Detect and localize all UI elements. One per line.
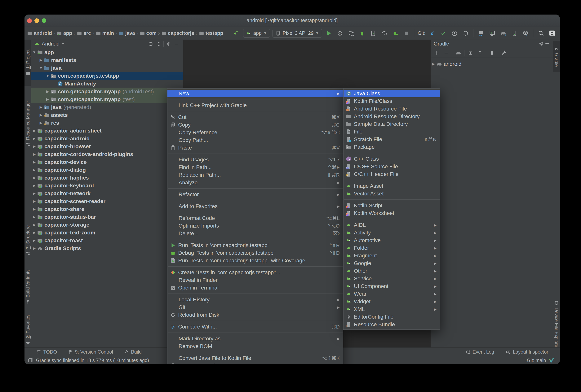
menu-item-run-tests-in-com-capacitorjs-testapp-with-coverage[interactable]: Run 'Tests in 'com.capacitorjs.testapp''… [168, 257, 343, 265]
tree-item-gradle-scripts[interactable]: ▶Gradle Scripts [32, 244, 183, 252]
menu-item-java-class[interactable]: CJava Class [344, 90, 440, 97]
menu-item-copy[interactable]: Copy⌘C [168, 121, 343, 129]
menu-item-run-tests-in-com-capacitorjs-testapp[interactable]: Run 'Tests in 'com.capacitorjs.testapp''… [168, 242, 343, 249]
tree-toggle-icon[interactable]: ▶ [32, 207, 37, 211]
run-configuration-select[interactable]: app▼ [243, 29, 270, 38]
menu-item-kotlin-worksheet[interactable]: Kotlin Worksheet [344, 209, 440, 217]
tree-toggle-icon[interactable]: ▶ [38, 113, 44, 117]
menu-item-replace-in-path[interactable]: Replace in Path...⇧⌘R [168, 171, 343, 179]
tree-item-capacitor-cordova-android-plugins[interactable]: ▶capacitor-cordova-android-plugins [32, 150, 183, 158]
tree-item-manifests[interactable]: ▶manifests [32, 56, 183, 64]
menu-item-c-class[interactable]: CC++ Class [344, 155, 440, 163]
menu-item-package[interactable]: Package [344, 143, 440, 151]
tree-toggle-icon[interactable]: ▶ [32, 183, 37, 188]
menu-item-compare-with[interactable]: Compare With...⌘D [168, 323, 343, 331]
execute-task-icon[interactable] [488, 49, 496, 57]
menu-item-folder[interactable]: Folder▶ [344, 244, 440, 252]
tree-toggle-icon[interactable]: ▶ [32, 199, 37, 203]
apply-restart-icon[interactable]: A [336, 29, 344, 37]
tool-window-tab-1--project[interactable]: 1: Project [24, 40, 31, 86]
menu-item-open-in-terminal[interactable]: Open in Terminal [168, 284, 343, 292]
breadcrumb[interactable]: android›app›src›main›java›com›capacitorj… [27, 30, 223, 36]
sdk-manager-icon[interactable] [521, 29, 530, 37]
breadcrumb-item-app[interactable]: app [57, 30, 72, 36]
git-history-icon[interactable] [450, 29, 459, 37]
tree-toggle-icon[interactable]: ▶ [32, 152, 37, 156]
breadcrumb-item-main[interactable]: main [96, 30, 114, 36]
menu-item-cut[interactable]: Cut⌘X [168, 113, 343, 121]
device-select[interactable]: Pixel 3 API 29▼ [272, 29, 322, 38]
tree-item-java[interactable]: ▶java(generated) [32, 103, 183, 111]
tree-item-com-capacitorjs-testapp[interactable]: ▼com.capacitorjs.testapp [32, 72, 183, 80]
git-commit-icon[interactable] [439, 29, 448, 37]
menu-item-vector-asset[interactable]: Vector Asset [344, 190, 440, 198]
expand-all-icon[interactable] [466, 49, 474, 57]
tree-toggle-icon[interactable]: ▶ [32, 215, 37, 219]
tree-item-com-getcapacitor-myapp[interactable]: ▶com.getcapacitor.myapp(androidTest) [32, 88, 183, 95]
stop-icon[interactable] [402, 29, 411, 37]
debug-coverage-icon[interactable] [391, 29, 400, 37]
tree-item-res[interactable]: ▶res [32, 119, 183, 127]
tree-item-capacitor-status-bar[interactable]: ▶capacitor-status-bar [32, 213, 183, 221]
tree-item-capacitor-keyboard[interactable]: ▶capacitor-keyboard [32, 182, 183, 189]
menu-item-google[interactable]: Google▶ [344, 260, 440, 267]
menu-item-scratch-file[interactable]: Scratch File⇧⌘N [344, 136, 440, 143]
breadcrumb-item-com[interactable]: com [140, 30, 156, 36]
tree-toggle-icon[interactable]: ▶ [32, 223, 37, 227]
tree-item-capacitor-haptics[interactable]: ▶capacitor-haptics [32, 174, 183, 182]
tool-window-tab-gradle[interactable]: Gradle [553, 41, 560, 72]
tree-toggle-icon[interactable]: ▶ [32, 136, 37, 141]
search-icon[interactable] [537, 29, 545, 37]
menu-item-c-c-source-file[interactable]: C++C/C++ Source File [344, 163, 440, 170]
menu-item-editorconfig-file[interactable]: EditorConfig File [344, 313, 440, 321]
menu-item-aidl[interactable]: AIDL▶ [344, 221, 440, 229]
breadcrumb-item-capacitorjs[interactable]: capacitorjs [161, 30, 194, 36]
tree-item-java[interactable]: ▼java [32, 64, 183, 72]
git-branch-widget[interactable]: Git: main [527, 358, 546, 363]
tree-toggle-icon[interactable]: ▼ [45, 74, 50, 78]
breadcrumb-item-src[interactable]: src [77, 30, 91, 36]
menu-item-widget[interactable]: Widget▶ [344, 298, 440, 305]
menu-item-refactor[interactable]: Refactor▶ [168, 191, 343, 198]
minus-icon[interactable] [442, 49, 450, 57]
tree-item-capacitor-storage[interactable]: ▶capacitor-storage [32, 221, 183, 229]
tree-item-capacitor-action-sheet[interactable]: ▶capacitor-action-sheet [32, 127, 183, 135]
menu-item-copy-path[interactable]: Copy Path... [168, 136, 343, 144]
tree-toggle-icon[interactable]: ▼ [32, 50, 37, 54]
menu-item-add-to-favorites[interactable]: Add to Favorites▶ [168, 203, 343, 210]
tree-item-mainactivity[interactable]: CMainActivity [32, 80, 183, 88]
debug-icon[interactable] [358, 29, 366, 37]
menu-item-android-resource-directory[interactable]: Android Resource Directory [344, 113, 440, 120]
git-update-icon[interactable] [428, 29, 436, 37]
profiler-icon[interactable] [380, 29, 388, 37]
menu-item-copy-reference[interactable]: Copy Reference⌥⇧⌘C [168, 129, 343, 136]
layout-grid-icon[interactable] [28, 358, 33, 363]
gear-icon[interactable] [538, 41, 544, 47]
menu-item-ui-component[interactable]: UI Component▶ [344, 282, 440, 290]
menu-item-convert-java-file-to-kotlin-file[interactable]: Convert Java File to Kotlin File⌥⇧⌘K [168, 354, 343, 362]
run-icon[interactable] [324, 29, 333, 37]
tree-toggle-icon[interactable]: ▶ [32, 238, 37, 243]
locate-icon[interactable] [146, 40, 155, 48]
menu-item-reveal-in-finder[interactable]: Reveal in Finder [168, 276, 343, 284]
menu-item-kotlin-file-class[interactable]: Kotlin File/Class [344, 97, 440, 105]
menu-item-git[interactable]: Git▶ [168, 304, 343, 311]
attach-debugger-icon[interactable] [369, 29, 378, 37]
breadcrumb-item-android[interactable]: android [27, 30, 52, 36]
apply-code-icon[interactable] [347, 29, 355, 37]
hide-icon[interactable] [172, 40, 180, 48]
collapse-panel-icon[interactable] [155, 40, 163, 48]
tool-window-tab-build-variants[interactable]: Build Variants [24, 266, 31, 308]
tree-item-capacitor-share[interactable]: ▶capacitor-share [32, 205, 183, 213]
menu-item-local-history[interactable]: Local History▶ [168, 296, 343, 304]
elephant-icon[interactable] [454, 49, 462, 57]
plus-icon[interactable] [432, 49, 441, 57]
tree-item-capacitor-network[interactable]: ▶capacitor-network [32, 189, 183, 197]
avd-manager-icon[interactable] [510, 29, 518, 37]
git-rollback-icon[interactable] [462, 29, 470, 37]
avatar-icon[interactable] [548, 29, 556, 37]
menu-item-mark-directory-as[interactable]: Mark Directory as▶ [168, 335, 343, 343]
menu-item-file[interactable]: File [344, 128, 440, 136]
title-bar[interactable]: android [~/git/capacitor-testapp/android… [24, 14, 560, 27]
tool-window-button-build[interactable]: Build [124, 349, 142, 355]
